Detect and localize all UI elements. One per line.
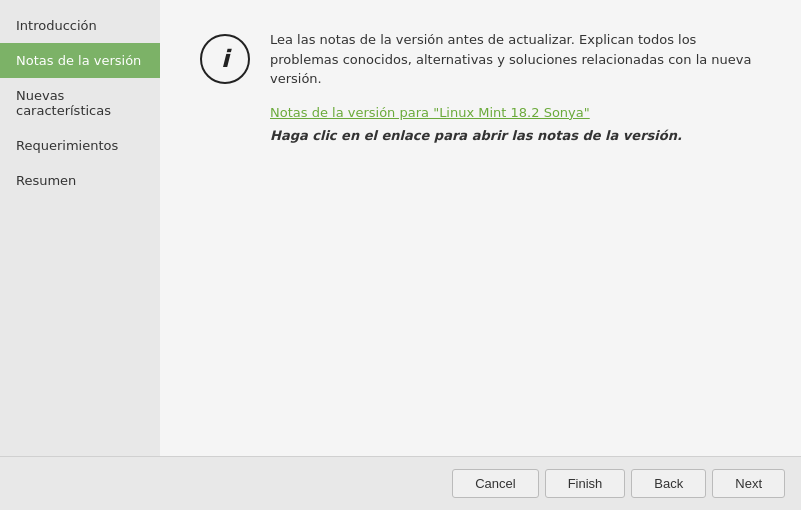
sidebar-item-nuevas[interactable]: Nuevas características bbox=[0, 78, 160, 128]
release-notes-link[interactable]: Notas de la versión para "Linux Mint 18.… bbox=[270, 105, 761, 120]
next-button[interactable]: Next bbox=[712, 469, 785, 498]
info-instruction: Haga clic en el enlace para abrir las no… bbox=[270, 128, 761, 143]
footer: Cancel Finish Back Next bbox=[0, 456, 801, 510]
sidebar-item-resumen[interactable]: Resumen bbox=[0, 163, 160, 198]
back-button[interactable]: Back bbox=[631, 469, 706, 498]
cancel-button[interactable]: Cancel bbox=[452, 469, 538, 498]
sidebar-item-requerimientos[interactable]: Requerimientos bbox=[0, 128, 160, 163]
finish-button[interactable]: Finish bbox=[545, 469, 626, 498]
sidebar-item-notas[interactable]: Notas de la versión bbox=[0, 43, 160, 78]
content-area: i Lea las notas de la versión antes de a… bbox=[160, 0, 801, 456]
info-icon: i bbox=[200, 34, 250, 84]
info-description: Lea las notas de la versión antes de act… bbox=[270, 32, 751, 86]
main-container: Introducción Notas de la versión Nuevas … bbox=[0, 0, 801, 456]
sidebar: Introducción Notas de la versión Nuevas … bbox=[0, 0, 160, 456]
info-body: Lea las notas de la versión antes de act… bbox=[270, 30, 761, 143]
sidebar-item-introduccion[interactable]: Introducción bbox=[0, 8, 160, 43]
info-section: i Lea las notas de la versión antes de a… bbox=[200, 30, 761, 143]
